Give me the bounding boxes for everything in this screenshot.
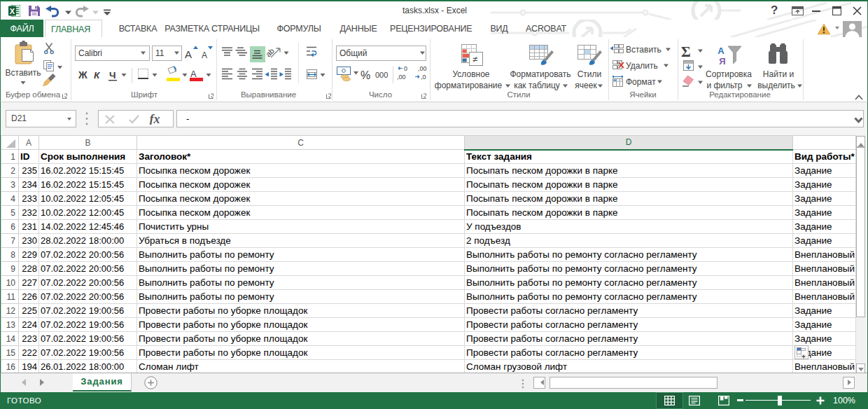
svg-text:Ч: Ч (109, 70, 116, 81)
svg-text:К: К (94, 70, 101, 81)
svg-text:Ж: Ж (78, 69, 88, 81)
svg-text:Вставить: Вставить (6, 68, 41, 78)
svg-text:как таблицу: как таблицу (514, 81, 560, 90)
svg-text:Calibri: Calibri (78, 48, 102, 58)
svg-text:ab: ab (264, 46, 276, 58)
svg-text:≠: ≠ (472, 54, 477, 64)
svg-text:,00: ,00 (397, 74, 406, 81)
svg-text:выделить: выделить (757, 81, 795, 90)
svg-text:Стили: Стили (578, 69, 602, 79)
svg-text:ячеек: ячеек (575, 81, 597, 90)
svg-text:Формат: Формат (626, 77, 656, 87)
svg-text:А: А (185, 48, 192, 60)
svg-text:,00: ,00 (418, 65, 427, 72)
svg-text:0: 0 (404, 65, 407, 72)
svg-text:форматирование: форматирование (435, 81, 503, 90)
svg-text:Вставить: Вставить (626, 45, 662, 55)
svg-text:Общий: Общий (340, 48, 368, 58)
svg-text:Условное: Условное (453, 69, 490, 79)
svg-text:Форматировать: Форматировать (510, 69, 570, 79)
svg-text:%: % (360, 69, 370, 81)
svg-text:и фильтр: и фильтр (706, 81, 742, 90)
svg-text:Сортировка: Сортировка (706, 69, 752, 79)
svg-text:Я: Я (719, 56, 725, 67)
svg-text:А: А (718, 46, 724, 56)
svg-text:X: X (10, 7, 15, 15)
svg-text:А: А (190, 69, 197, 79)
svg-text:,0: ,0 (421, 74, 426, 81)
svg-text:fx: fx (150, 113, 160, 125)
svg-text:А: А (202, 50, 207, 60)
svg-text:11: 11 (155, 48, 164, 58)
svg-text:Σ: Σ (681, 43, 691, 60)
svg-text:Удалить: Удалить (626, 61, 658, 71)
svg-text:Найти и: Найти и (763, 69, 794, 79)
svg-text:000: 000 (375, 71, 388, 79)
